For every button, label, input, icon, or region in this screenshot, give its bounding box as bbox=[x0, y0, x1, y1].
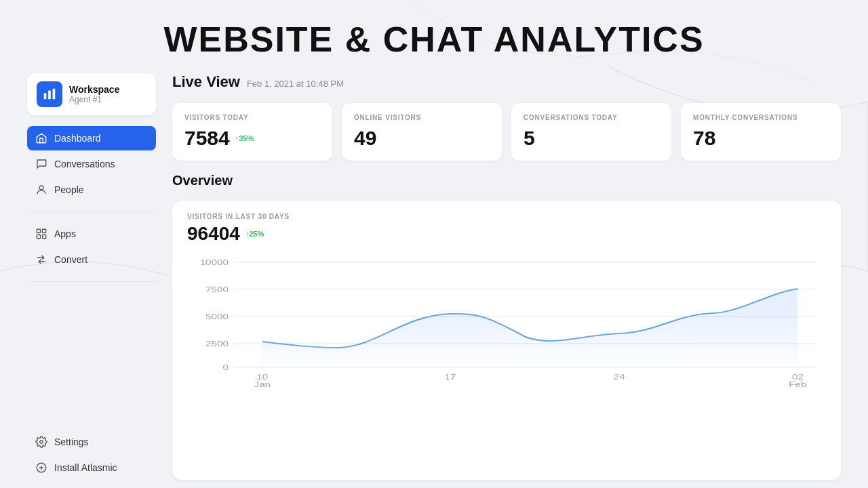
svg-text:10000: 10000 bbox=[200, 258, 229, 266]
primary-nav: Dashboard Conversations People bbox=[27, 126, 156, 202]
stats-grid: VISITORS TODAY 7584 ↑35% ONLINE VISITORS… bbox=[172, 103, 841, 161]
svg-text:0: 0 bbox=[222, 363, 228, 371]
overview-card: VISITORS IN LAST 30 DAYS 96404 ↑25% 1000… bbox=[172, 201, 841, 480]
chart-area: 10000 7500 5000 2500 0 bbox=[187, 256, 826, 391]
stat-label-3: MONTHLY CONVERSATIONS bbox=[693, 114, 829, 121]
stat-card-online-visitors: ONLINE VISITORS 49 bbox=[342, 103, 502, 161]
stat-label-0: VISITORS TODAY bbox=[184, 114, 320, 121]
sidebar-item-dashboard[interactable]: Dashboard bbox=[27, 126, 156, 150]
sidebar-item-apps[interactable]: Apps bbox=[27, 222, 156, 246]
apps-icon bbox=[35, 228, 47, 240]
stat-value-3: 78 bbox=[693, 127, 715, 150]
stat-badge-0: ↑35% bbox=[235, 134, 254, 142]
sidebar-item-label: Apps bbox=[54, 228, 76, 239]
svg-rect-0 bbox=[44, 93, 47, 99]
sidebar-item-label: People bbox=[54, 184, 84, 195]
nav-divider bbox=[27, 211, 156, 212]
chart-value: 96404 bbox=[187, 223, 240, 245]
svg-point-3 bbox=[39, 186, 43, 190]
person-icon bbox=[35, 184, 47, 196]
stat-card-conversations-today: CONVERSATIONS TODAY 5 bbox=[511, 103, 671, 161]
stat-value-0: 7584 bbox=[184, 127, 230, 150]
plus-circle-icon bbox=[35, 462, 47, 474]
sidebar-item-conversations[interactable]: Conversations bbox=[27, 152, 156, 176]
home-icon bbox=[35, 132, 47, 144]
sidebar: Workspace Agent #1 Dashboard Conversatio… bbox=[27, 73, 156, 480]
svg-point-8 bbox=[40, 441, 43, 444]
workspace-icon bbox=[37, 81, 62, 107]
sidebar-item-convert[interactable]: Convert bbox=[27, 247, 156, 272]
sidebar-item-label: Dashboard bbox=[54, 133, 101, 144]
svg-text:Feb: Feb bbox=[789, 380, 806, 388]
sidebar-item-install[interactable]: Install Atlasmic bbox=[27, 455, 156, 480]
nav-divider-2 bbox=[27, 281, 156, 282]
svg-rect-2 bbox=[53, 89, 56, 100]
workspace-agent: Agent #1 bbox=[69, 95, 119, 104]
chart-sublabel: VISITORS IN LAST 30 DAYS bbox=[187, 213, 826, 220]
sidebar-item-label: Convert bbox=[54, 254, 87, 265]
chart-badge: ↑25% bbox=[245, 230, 264, 238]
convert-icon bbox=[35, 253, 47, 266]
page-title: WEBSITE & CHAT ANALYTICS bbox=[0, 0, 868, 73]
chat-icon bbox=[35, 158, 47, 170]
main-content: Live View Feb 1, 2021 at 10:48 PM VISITO… bbox=[172, 73, 841, 480]
stat-value-2: 5 bbox=[524, 127, 535, 150]
svg-text:Jan: Jan bbox=[254, 380, 271, 388]
svg-rect-7 bbox=[43, 235, 46, 239]
sidebar-item-label: Settings bbox=[54, 436, 89, 447]
svg-rect-1 bbox=[48, 91, 51, 100]
sidebar-item-settings[interactable]: Settings bbox=[27, 430, 156, 454]
svg-rect-4 bbox=[37, 229, 40, 232]
overview-title: Overview bbox=[172, 173, 841, 188]
live-view-timestamp: Feb 1, 2021 at 10:48 PM bbox=[247, 79, 344, 89]
workspace-card[interactable]: Workspace Agent #1 bbox=[27, 73, 156, 115]
svg-text:24: 24 bbox=[614, 373, 625, 381]
stat-card-visitors-today: VISITORS TODAY 7584 ↑35% bbox=[172, 103, 332, 161]
stat-label-2: CONVERSATIONS TODAY bbox=[524, 114, 659, 121]
stat-card-monthly-conversations: MONTHLY CONVERSATIONS 78 bbox=[681, 103, 841, 161]
sidebar-item-people[interactable]: People bbox=[27, 178, 156, 202]
live-view-title: Live View bbox=[172, 73, 240, 91]
workspace-name: Workspace bbox=[69, 84, 119, 95]
live-view-header: Live View Feb 1, 2021 at 10:48 PM bbox=[172, 73, 841, 91]
bottom-nav: Settings Install Atlasmic bbox=[27, 430, 156, 480]
stat-value-1: 49 bbox=[354, 127, 376, 150]
svg-rect-5 bbox=[43, 229, 46, 232]
gear-icon bbox=[35, 436, 47, 448]
svg-rect-6 bbox=[37, 235, 40, 239]
svg-text:7500: 7500 bbox=[205, 285, 229, 293]
svg-text:5000: 5000 bbox=[205, 312, 229, 321]
sidebar-item-label: Conversations bbox=[54, 159, 115, 169]
stat-label-1: ONLINE VISITORS bbox=[354, 114, 490, 121]
svg-text:17: 17 bbox=[444, 373, 456, 381]
svg-text:2500: 2500 bbox=[205, 340, 229, 348]
sidebar-item-label: Install Atlasmic bbox=[54, 462, 117, 473]
secondary-nav: Apps Convert bbox=[27, 222, 156, 272]
